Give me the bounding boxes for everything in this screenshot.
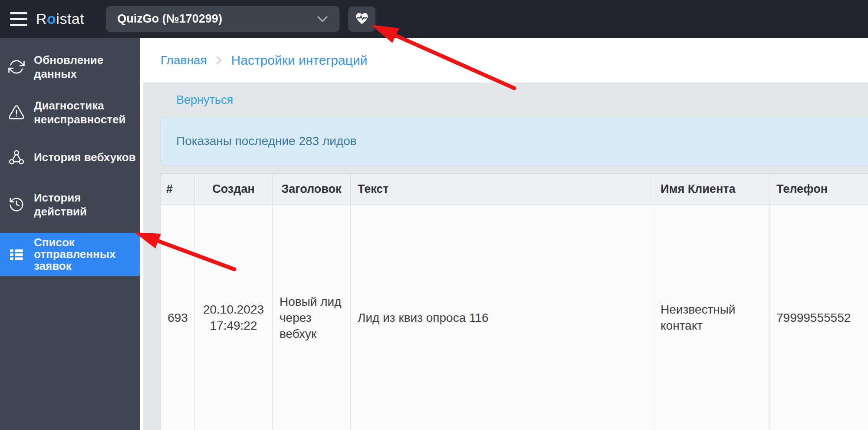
column-header: Телефон (769, 174, 868, 204)
column-header: Создан (194, 174, 272, 204)
cell-phone: 79999555552 (769, 205, 868, 430)
column-header: # (161, 174, 194, 204)
info-banner-text: Показаны последние 283 лидов (176, 134, 357, 148)
info-banner: Показаны последние 283 лидов (161, 117, 868, 165)
project-selector-dropdown[interactable]: QuizGo (№170299) (106, 6, 339, 32)
cell-client-name: Неизвестный контакт (655, 205, 769, 430)
chevron-right-icon (215, 55, 224, 66)
cell-title: Новый лид через вебхук (272, 205, 350, 430)
hamburger-menu-button[interactable] (10, 12, 27, 26)
roistat-logo[interactable]: Roistat (36, 10, 84, 27)
chevron-down-icon (317, 12, 328, 26)
sidebar-item-label: Обновление данных (34, 53, 136, 81)
heart-pulse-icon (354, 10, 370, 28)
leads-table: # Создан Заголовок Текст Имя Клиента Тел… (161, 173, 868, 430)
table-row: 693 20.10.2023 17:49:22 Новый лид через … (161, 205, 868, 430)
history-icon (8, 196, 25, 213)
webhook-icon (8, 149, 25, 165)
sidebar-item-label: История вебхуков (34, 150, 136, 164)
table-header-row: # Создан Заголовок Текст Имя Клиента Тел… (161, 173, 868, 205)
sidebar-item-sent-leads-list[interactable]: Список отправленных заявок (0, 233, 140, 276)
page-panel: Вернуться Показаны последние 283 лидов #… (143, 83, 868, 430)
logo-text-suffix: istat (56, 10, 84, 27)
column-header: Имя Клиента (655, 174, 769, 204)
cell-created: 20.10.2023 17:49:22 (194, 205, 272, 430)
sidebar-item-diagnostics[interactable]: Диагностика неисправностей (0, 95, 140, 130)
logo-o-mark: o (47, 10, 56, 27)
column-header: Текст (350, 174, 655, 204)
sidebar-item-label: Список отправленных заявок (34, 237, 136, 272)
breadcrumb-current-page[interactable]: Настройки интеграций (231, 53, 368, 68)
refresh-icon (8, 59, 25, 75)
sidebar: Обновление данных Диагностика неисправно… (0, 38, 140, 430)
column-header: Заголовок (272, 174, 350, 204)
breadcrumb-home-link[interactable]: Главная (161, 53, 207, 67)
cell-text: Лид из квиз опроса 116 (350, 205, 655, 430)
health-status-button[interactable] (348, 7, 375, 32)
back-link[interactable]: Вернуться (176, 93, 233, 107)
warning-icon (8, 104, 25, 121)
project-selector-value: QuizGo (№170299) (117, 12, 222, 26)
list-icon (8, 246, 25, 263)
top-bar: Roistat QuizGo (№170299) (0, 0, 868, 38)
sidebar-item-webhook-history[interactable]: История вебхуков (0, 145, 140, 169)
logo-text: R (36, 10, 47, 27)
sidebar-item-action-history[interactable]: История действий (0, 187, 140, 222)
sidebar-item-label: История действий (34, 191, 136, 218)
sidebar-item-data-refresh[interactable]: Обновление данных (0, 49, 140, 85)
sidebar-item-label: Диагностика неисправностей (34, 99, 136, 126)
cell-id: 693 (161, 205, 194, 430)
breadcrumb: Главная Настройки интеграций (140, 38, 868, 83)
